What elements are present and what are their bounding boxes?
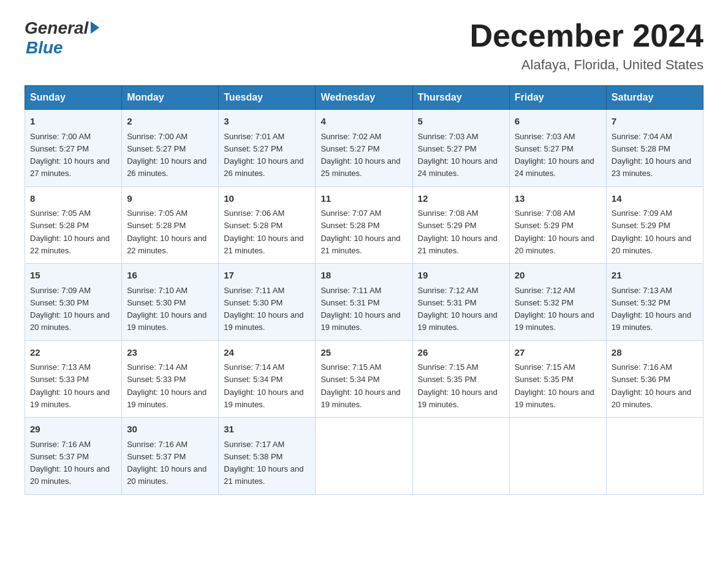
calendar-day-cell: 1 Sunrise: 7:00 AMSunset: 5:27 PMDayligh… xyxy=(25,110,122,187)
day-number: 10 xyxy=(224,192,310,206)
day-info: Sunrise: 7:00 AMSunset: 5:27 PMDaylight:… xyxy=(30,132,110,178)
day-number: 30 xyxy=(127,423,213,437)
calendar-day-cell: 25 Sunrise: 7:15 AMSunset: 5:34 PMDaylig… xyxy=(316,340,412,418)
calendar-day-cell: 7 Sunrise: 7:04 AMSunset: 5:28 PMDayligh… xyxy=(606,110,703,187)
day-number: 26 xyxy=(418,346,504,360)
calendar-week-row: 29 Sunrise: 7:16 AMSunset: 5:37 PMDaylig… xyxy=(25,418,703,495)
header-tuesday: Tuesday xyxy=(219,86,316,110)
day-number: 18 xyxy=(320,269,407,283)
day-info: Sunrise: 7:10 AMSunset: 5:30 PMDaylight:… xyxy=(127,286,207,332)
day-number: 15 xyxy=(30,269,116,283)
day-info: Sunrise: 7:02 AMSunset: 5:27 PMDaylight:… xyxy=(320,132,400,178)
day-info: Sunrise: 7:03 AMSunset: 5:27 PMDaylight:… xyxy=(418,132,498,178)
calendar-day-cell: 18 Sunrise: 7:11 AMSunset: 5:31 PMDaylig… xyxy=(316,264,412,341)
day-info: Sunrise: 7:01 AMSunset: 5:27 PMDaylight:… xyxy=(224,132,303,178)
day-number: 2 xyxy=(127,115,213,129)
page-header: General Blue December 2024 Alafaya, Flor… xyxy=(25,18,703,73)
calendar-day-cell: 16 Sunrise: 7:10 AMSunset: 5:30 PMDaylig… xyxy=(122,264,219,341)
header-friday: Friday xyxy=(509,86,606,110)
calendar-day-cell: 8 Sunrise: 7:05 AMSunset: 5:28 PMDayligh… xyxy=(25,186,122,264)
calendar-week-row: 8 Sunrise: 7:05 AMSunset: 5:28 PMDayligh… xyxy=(25,186,703,264)
day-info: Sunrise: 7:03 AMSunset: 5:27 PMDaylight:… xyxy=(515,132,594,178)
day-number: 7 xyxy=(612,115,698,129)
calendar-day-cell: 26 Sunrise: 7:15 AMSunset: 5:35 PMDaylig… xyxy=(412,340,509,418)
day-info: Sunrise: 7:08 AMSunset: 5:29 PMDaylight:… xyxy=(418,209,498,255)
day-info: Sunrise: 7:05 AMSunset: 5:28 PMDaylight:… xyxy=(127,209,207,255)
day-info: Sunrise: 7:00 AMSunset: 5:27 PMDaylight:… xyxy=(127,132,207,178)
day-number: 13 xyxy=(515,192,601,206)
calendar-day-cell: 6 Sunrise: 7:03 AMSunset: 5:27 PMDayligh… xyxy=(509,110,606,187)
day-number: 12 xyxy=(418,192,504,206)
day-number: 5 xyxy=(418,115,504,129)
day-number: 20 xyxy=(515,269,601,283)
day-info: Sunrise: 7:09 AMSunset: 5:29 PMDaylight:… xyxy=(612,209,691,255)
day-number: 29 xyxy=(30,423,116,437)
day-info: Sunrise: 7:15 AMSunset: 5:35 PMDaylight:… xyxy=(515,362,594,409)
day-number: 23 xyxy=(127,346,213,360)
calendar-subtitle: Alafaya, Florida, United States xyxy=(469,57,703,73)
calendar-day-cell: 29 Sunrise: 7:16 AMSunset: 5:37 PMDaylig… xyxy=(25,418,122,495)
day-info: Sunrise: 7:12 AMSunset: 5:32 PMDaylight:… xyxy=(515,286,594,332)
title-section: December 2024 Alafaya, Florida, United S… xyxy=(469,18,703,73)
calendar-day-cell: 12 Sunrise: 7:08 AMSunset: 5:29 PMDaylig… xyxy=(412,186,509,264)
day-number: 16 xyxy=(127,269,213,283)
header-thursday: Thursday xyxy=(412,86,509,110)
day-info: Sunrise: 7:11 AMSunset: 5:30 PMDaylight:… xyxy=(224,286,303,332)
calendar-day-cell: 27 Sunrise: 7:15 AMSunset: 5:35 PMDaylig… xyxy=(509,340,606,418)
day-info: Sunrise: 7:11 AMSunset: 5:31 PMDaylight:… xyxy=(320,286,400,332)
calendar-day-cell: 14 Sunrise: 7:09 AMSunset: 5:29 PMDaylig… xyxy=(606,186,703,264)
calendar-day-cell xyxy=(509,418,606,495)
calendar-day-cell: 9 Sunrise: 7:05 AMSunset: 5:28 PMDayligh… xyxy=(122,186,219,264)
day-number: 3 xyxy=(224,115,310,129)
day-number: 19 xyxy=(418,269,504,283)
day-info: Sunrise: 7:04 AMSunset: 5:28 PMDaylight:… xyxy=(612,132,691,178)
day-info: Sunrise: 7:05 AMSunset: 5:28 PMDaylight:… xyxy=(30,209,110,255)
calendar-day-cell: 21 Sunrise: 7:13 AMSunset: 5:32 PMDaylig… xyxy=(606,264,703,341)
calendar-day-cell xyxy=(606,418,703,495)
day-info: Sunrise: 7:12 AMSunset: 5:31 PMDaylight:… xyxy=(418,286,498,332)
calendar-day-cell: 11 Sunrise: 7:07 AMSunset: 5:28 PMDaylig… xyxy=(316,186,412,264)
header-saturday: Saturday xyxy=(606,86,703,110)
day-number: 17 xyxy=(224,269,310,283)
day-info: Sunrise: 7:13 AMSunset: 5:33 PMDaylight:… xyxy=(30,362,110,409)
day-number: 6 xyxy=(515,115,601,129)
calendar-week-row: 1 Sunrise: 7:00 AMSunset: 5:27 PMDayligh… xyxy=(25,110,703,187)
calendar-week-row: 15 Sunrise: 7:09 AMSunset: 5:30 PMDaylig… xyxy=(25,264,703,341)
calendar-day-cell: 2 Sunrise: 7:00 AMSunset: 5:27 PMDayligh… xyxy=(122,110,219,187)
day-info: Sunrise: 7:14 AMSunset: 5:33 PMDaylight:… xyxy=(127,362,207,409)
day-number: 9 xyxy=(127,192,213,206)
calendar-day-cell: 19 Sunrise: 7:12 AMSunset: 5:31 PMDaylig… xyxy=(412,264,509,341)
day-info: Sunrise: 7:08 AMSunset: 5:29 PMDaylight:… xyxy=(515,209,594,255)
day-info: Sunrise: 7:09 AMSunset: 5:30 PMDaylight:… xyxy=(30,286,110,332)
day-number: 4 xyxy=(320,115,407,129)
day-number: 21 xyxy=(612,269,698,283)
calendar-day-cell: 23 Sunrise: 7:14 AMSunset: 5:33 PMDaylig… xyxy=(122,340,219,418)
day-number: 24 xyxy=(224,346,310,360)
calendar-day-cell: 15 Sunrise: 7:09 AMSunset: 5:30 PMDaylig… xyxy=(25,264,122,341)
day-number: 11 xyxy=(320,192,407,206)
calendar-day-cell: 13 Sunrise: 7:08 AMSunset: 5:29 PMDaylig… xyxy=(509,186,606,264)
calendar-day-cell: 31 Sunrise: 7:17 AMSunset: 5:38 PMDaylig… xyxy=(219,418,316,495)
calendar-day-cell xyxy=(316,418,412,495)
day-number: 14 xyxy=(612,192,698,206)
calendar-day-cell: 24 Sunrise: 7:14 AMSunset: 5:34 PMDaylig… xyxy=(219,340,316,418)
calendar-header-row: Sunday Monday Tuesday Wednesday Thursday… xyxy=(25,86,703,110)
calendar-table: Sunday Monday Tuesday Wednesday Thursday… xyxy=(25,85,703,495)
day-info: Sunrise: 7:15 AMSunset: 5:35 PMDaylight:… xyxy=(418,362,498,409)
calendar-day-cell: 4 Sunrise: 7:02 AMSunset: 5:27 PMDayligh… xyxy=(316,110,412,187)
calendar-day-cell xyxy=(412,418,509,495)
calendar-week-row: 22 Sunrise: 7:13 AMSunset: 5:33 PMDaylig… xyxy=(25,340,703,418)
logo: General Blue xyxy=(25,18,99,58)
calendar-day-cell: 3 Sunrise: 7:01 AMSunset: 5:27 PMDayligh… xyxy=(219,110,316,187)
calendar-title: December 2024 xyxy=(469,18,703,53)
day-number: 1 xyxy=(30,115,116,129)
header-sunday: Sunday xyxy=(25,86,122,110)
header-wednesday: Wednesday xyxy=(316,86,412,110)
logo-general-text: General xyxy=(25,18,88,38)
day-info: Sunrise: 7:06 AMSunset: 5:28 PMDaylight:… xyxy=(224,209,303,255)
calendar-day-cell: 20 Sunrise: 7:12 AMSunset: 5:32 PMDaylig… xyxy=(509,264,606,341)
day-number: 28 xyxy=(612,346,698,360)
calendar-day-cell: 30 Sunrise: 7:16 AMSunset: 5:37 PMDaylig… xyxy=(122,418,219,495)
day-info: Sunrise: 7:13 AMSunset: 5:32 PMDaylight:… xyxy=(612,286,691,332)
day-number: 25 xyxy=(320,346,407,360)
